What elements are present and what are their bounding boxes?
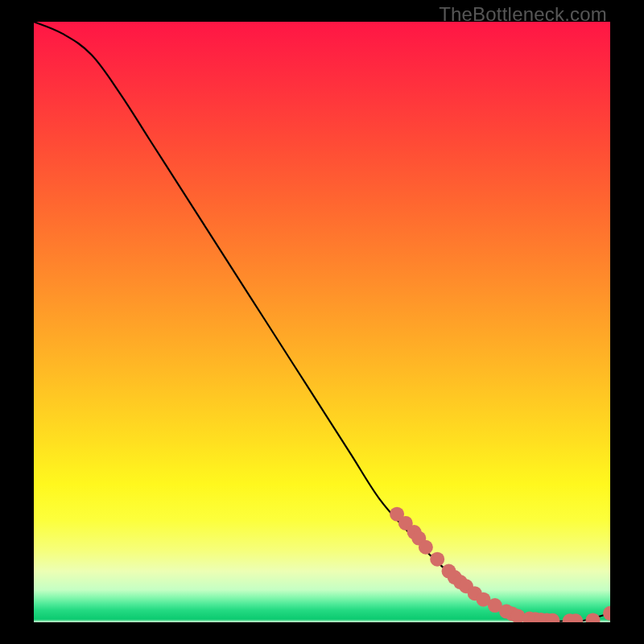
- plot-area: [34, 22, 610, 622]
- data-marker: [430, 552, 444, 567]
- chart-svg: [34, 22, 610, 622]
- data-marker: [419, 540, 433, 555]
- gradient-background: [34, 22, 610, 622]
- chart-container: TheBottleneck.com: [0, 0, 644, 644]
